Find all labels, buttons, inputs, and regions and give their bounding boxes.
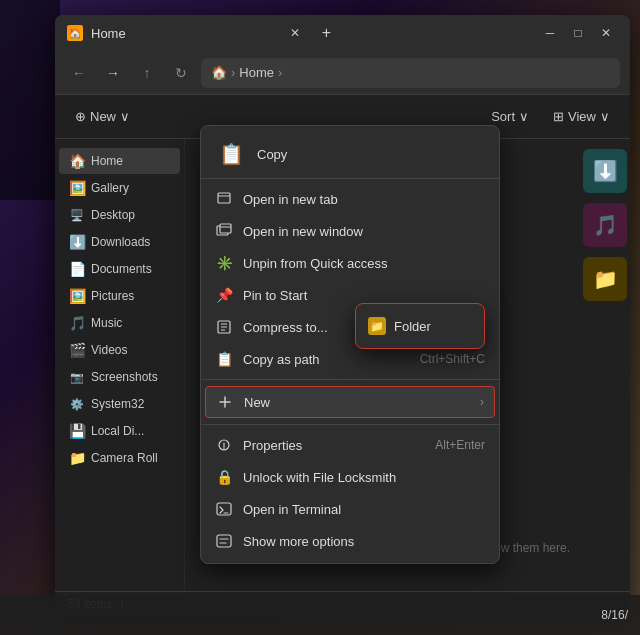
sidebar-item-local-disk[interactable]: 💾 Local Di... — [59, 418, 180, 444]
sort-arrow: ∨ — [519, 109, 529, 124]
cm-open-new-window[interactable]: Open in new window — [201, 215, 499, 247]
refresh-button[interactable]: ↻ — [167, 59, 195, 87]
open-new-tab-label: Open in new tab — [243, 192, 485, 207]
sidebar-item-videos[interactable]: 🎬 Videos — [59, 337, 180, 363]
sidebar-home-label: Home — [91, 154, 123, 168]
sidebar-videos-label: Videos — [91, 343, 127, 357]
close-button[interactable]: ✕ — [594, 21, 618, 45]
pink-folder-icon: 🎵 — [593, 213, 618, 237]
svg-rect-6 — [217, 535, 231, 547]
terminal-icon — [215, 500, 233, 518]
sidebar-gallery-label: Gallery — [91, 181, 129, 195]
view-button[interactable]: ⊞ View ∨ — [543, 104, 620, 129]
window-title: Home — [91, 26, 275, 41]
more-options-label: Show more options — [243, 534, 485, 549]
home-sidebar-icon: 🏠 — [69, 153, 85, 169]
properties-shortcut: Alt+Enter — [435, 438, 485, 452]
new-tab-button[interactable]: + — [315, 21, 339, 45]
system32-icon: ⚙️ — [69, 396, 85, 412]
music-icon: 🎵 — [69, 315, 85, 331]
new-label: New — [90, 109, 116, 124]
sidebar-downloads-label: Downloads — [91, 235, 150, 249]
unpin-label: Unpin from Quick access — [243, 256, 485, 271]
new-cm-icon — [216, 393, 234, 411]
view-label: View — [568, 109, 596, 124]
cm-unlock[interactable]: 🔒 Unlock with File Locksmith — [201, 461, 499, 493]
lamp-decoration — [0, 0, 60, 200]
more-options-icon — [215, 532, 233, 550]
address-bar: ← → ↑ ↻ 🏠 › Home › — [55, 51, 630, 95]
sidebar-item-gallery[interactable]: 🖼️ Gallery — [59, 175, 180, 201]
sidebar-item-home[interactable]: 🏠 Home — [59, 148, 180, 174]
home-icon: 🏠 — [211, 65, 227, 80]
minimize-button[interactable]: ─ — [538, 21, 562, 45]
cm-new[interactable]: New › — [205, 386, 495, 418]
sidebar-item-pictures[interactable]: 🖼️ Pictures — [59, 283, 180, 309]
documents-icon: 📄 — [69, 261, 85, 277]
sub-menu-new: 📁 Folder — [355, 303, 485, 349]
sidebar-music-label: Music — [91, 316, 122, 330]
sidebar-documents-label: Documents — [91, 262, 152, 276]
cm-copy-section: 📋 Copy — [201, 132, 499, 179]
new-button[interactable]: ⊕ New ∨ — [65, 104, 140, 129]
folder-sm-icon: 📁 — [368, 317, 386, 335]
sidebar-camera-roll-label: Camera Roll — [91, 451, 158, 465]
sidebar-item-camera-roll[interactable]: 📁 Camera Roll — [59, 445, 180, 471]
window-icon: 🏠 — [67, 25, 83, 41]
sidebar: 🏠 Home 🖼️ Gallery 🖥️ Desktop ⬇️ Download… — [55, 139, 185, 615]
forward-button[interactable]: → — [99, 59, 127, 87]
sidebar-item-music[interactable]: 🎵 Music — [59, 310, 180, 336]
camera-roll-icon: 📁 — [69, 450, 85, 466]
pin-icon: 📌 — [215, 286, 233, 304]
breadcrumb-sep1: › — [231, 65, 235, 80]
sidebar-item-downloads[interactable]: ⬇️ Downloads — [59, 229, 180, 255]
folder-teal[interactable]: ⬇️ — [583, 149, 627, 193]
local-disk-icon: 💾 — [69, 423, 85, 439]
view-icon: ⊞ — [553, 109, 564, 124]
copy-label: Copy — [257, 147, 287, 162]
up-button[interactable]: ↑ — [133, 59, 161, 87]
close-button-x[interactable]: ✕ — [283, 21, 307, 45]
address-pill[interactable]: 🏠 › Home › — [201, 58, 620, 88]
gold-folder-icon: 📁 — [593, 267, 618, 291]
folder-pink[interactable]: 🎵 — [583, 203, 627, 247]
sub-menu-folder[interactable]: 📁 Folder — [356, 310, 484, 342]
copy-path-icon: 📋 — [215, 350, 233, 368]
window-controls: ─ □ ✕ — [538, 21, 618, 45]
terminal-label: Open in Terminal — [243, 502, 485, 517]
sort-label: Sort — [491, 109, 515, 124]
sidebar-system32-label: System32 — [91, 397, 144, 411]
copy-path-shortcut: Ctrl+Shift+C — [420, 352, 485, 366]
taskbar: 8/16/ — [0, 595, 640, 635]
lock-icon: 🔒 — [215, 468, 233, 486]
sidebar-item-screenshots[interactable]: 📷 Screenshots — [59, 364, 180, 390]
compress-icon — [215, 318, 233, 336]
sidebar-item-desktop[interactable]: 🖥️ Desktop — [59, 202, 180, 228]
desktop-icon: 🖥️ — [69, 207, 85, 223]
menu-separator — [201, 379, 499, 380]
sidebar-item-system32[interactable]: ⚙️ System32 — [59, 391, 180, 417]
menu-separator-2 — [201, 424, 499, 425]
teal-folder-icon: ⬇️ — [593, 159, 618, 183]
cm-unpin-quick[interactable]: ✳️ Unpin from Quick access — [201, 247, 499, 279]
cm-terminal[interactable]: Open in Terminal — [201, 493, 499, 525]
sidebar-screenshots-label: Screenshots — [91, 370, 158, 384]
back-button[interactable]: ← — [65, 59, 93, 87]
folder-gold[interactable]: 📁 — [583, 257, 627, 301]
sidebar-item-documents[interactable]: 📄 Documents — [59, 256, 180, 282]
unlock-label: Unlock with File Locksmith — [243, 470, 485, 485]
svg-rect-2 — [220, 224, 231, 233]
sidebar-pictures-label: Pictures — [91, 289, 134, 303]
toolbar-right: Sort ∨ ⊞ View ∨ — [481, 104, 620, 129]
right-panel: ⬇️ 🎵 📁 — [580, 139, 630, 615]
pictures-icon: 🖼️ — [69, 288, 85, 304]
view-arrow: ∨ — [600, 109, 610, 124]
maximize-button[interactable]: □ — [566, 21, 590, 45]
sidebar-local-disk-label: Local Di... — [91, 424, 144, 438]
cm-open-new-tab[interactable]: Open in new tab — [201, 183, 499, 215]
svg-rect-0 — [218, 193, 230, 203]
breadcrumb-sep2: › — [278, 65, 282, 80]
cm-more-options[interactable]: Show more options — [201, 525, 499, 557]
cm-properties[interactable]: Properties Alt+Enter — [201, 429, 499, 461]
videos-icon: 🎬 — [69, 342, 85, 358]
